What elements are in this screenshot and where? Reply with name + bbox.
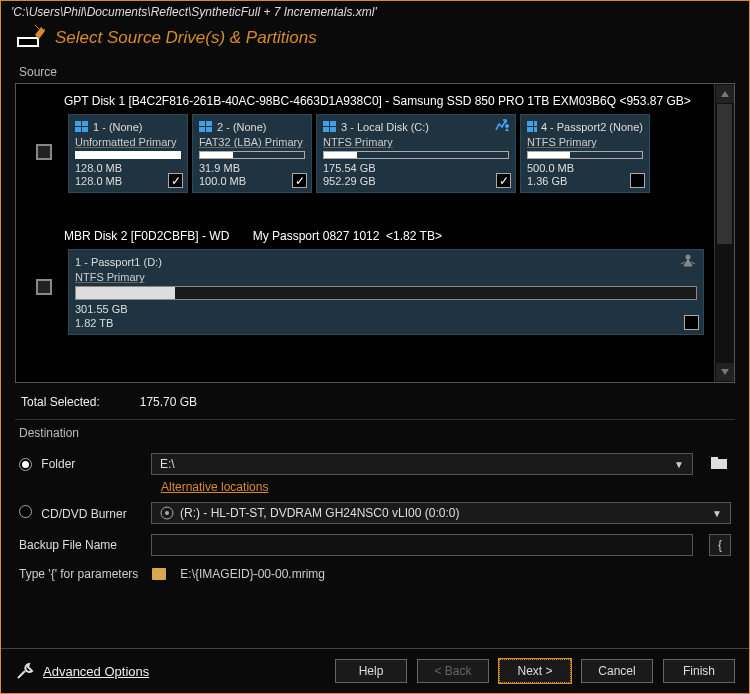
disc-icon [160, 506, 174, 520]
running-icon [493, 118, 511, 134]
partition-type: NTFS Primary [527, 136, 643, 148]
insert-param-button[interactable]: { [709, 534, 731, 556]
source-panel: GPT Disk 1 [B4C2F816-261B-40AC-98BC-4663… [15, 83, 735, 383]
svg-rect-6 [199, 121, 205, 126]
partition[interactable]: 1 - (None) Unformatted Primary 128.0 MB … [68, 114, 188, 193]
partition[interactable]: 1 - Passport1 (D:) NTFS Primary 301.55 G… [68, 249, 704, 334]
burner-combo[interactable]: (R:) - HL-DT-ST, DVDRAM GH24NSC0 vLI00 (… [151, 502, 731, 524]
back-button[interactable]: < Back [417, 659, 489, 683]
folder-radio-label: Folder [41, 457, 75, 471]
wrench-icon [15, 661, 35, 681]
partition-total: 100.0 MB [199, 175, 305, 188]
params-preview: E:\{IMAGEID}-00-00.mrimg [180, 567, 325, 581]
folder-value: E:\ [160, 457, 175, 471]
browse-folder-button[interactable] [711, 455, 731, 474]
windows-icon [75, 121, 89, 133]
chevron-down-icon[interactable]: ▼ [708, 508, 726, 519]
scroll-down-button[interactable] [716, 363, 734, 381]
svg-rect-13 [330, 127, 336, 132]
svg-rect-4 [75, 127, 81, 132]
burner-radio-label: CD/DVD Burner [41, 507, 126, 521]
advanced-options-link[interactable]: Advanced Options [15, 661, 149, 681]
svg-rect-15 [527, 121, 533, 126]
source-label: Source [1, 59, 749, 83]
svg-rect-5 [82, 127, 88, 132]
svg-rect-11 [330, 121, 336, 126]
scroll-thumb[interactable] [717, 104, 732, 244]
scroll-up-button[interactable] [716, 85, 734, 103]
partition-checkbox[interactable] [292, 173, 307, 188]
partition-type: FAT32 (LBA) Primary [199, 136, 305, 148]
svg-rect-2 [75, 121, 81, 126]
svg-rect-7 [206, 121, 212, 126]
folder-radio[interactable] [19, 458, 32, 471]
drive-icon [15, 25, 45, 51]
svg-rect-12 [323, 127, 329, 132]
partition-used: 500.0 MB [527, 162, 643, 175]
partition-name: 1 - Passport1 (D:) [75, 256, 162, 268]
svg-rect-18 [534, 127, 537, 132]
partition-type: NTFS Primary [323, 136, 509, 148]
disk-title: GPT Disk 1 [B4C2F816-261B-40AC-98BC-4663… [24, 92, 704, 114]
svg-rect-16 [534, 121, 537, 126]
svg-rect-3 [82, 121, 88, 126]
partition-name: 4 - Passport2 (None) [541, 121, 643, 133]
partition[interactable]: 3 - Local Disk (C:) NTFS Primary 175.54 … [316, 114, 516, 193]
partition-checkbox[interactable] [684, 315, 699, 330]
partition-checkbox[interactable] [630, 173, 645, 188]
partition-total: 952.29 GB [323, 175, 509, 188]
svg-rect-8 [199, 127, 205, 132]
total-value: 175.70 GB [140, 395, 197, 409]
partition-total: 1.36 GB [527, 175, 643, 188]
chevron-down-icon[interactable]: ▼ [670, 459, 688, 470]
partition-name: 1 - (None) [93, 121, 143, 133]
next-button[interactable]: Next > [499, 659, 571, 683]
partition-checkbox[interactable] [496, 173, 511, 188]
disk-checkbox[interactable] [36, 144, 52, 160]
disk-title: MBR Disk 2 [F0D2CBFB] - WD My Passport 0… [24, 227, 704, 249]
partition-name: 2 - (None) [217, 121, 267, 133]
windows-icon [527, 121, 537, 133]
partition-total: 128.0 MB [75, 175, 181, 188]
cancel-button[interactable]: Cancel [581, 659, 653, 683]
running-icon [679, 253, 697, 269]
windows-icon [323, 121, 337, 133]
windows-icon [199, 121, 213, 133]
partition-used: 175.54 GB [323, 162, 509, 175]
svg-rect-17 [527, 127, 533, 132]
partition[interactable]: 4 - Passport2 (None) NTFS Primary 500.0 … [520, 114, 650, 193]
svg-rect-10 [323, 121, 329, 126]
filename-label: Backup File Name [19, 538, 139, 552]
help-button[interactable]: Help [335, 659, 407, 683]
partition[interactable]: 2 - (None) FAT32 (LBA) Primary 31.9 MB 1… [192, 114, 312, 193]
svg-rect-1 [19, 39, 37, 45]
folder-combo[interactable]: E:\ ▼ [151, 453, 693, 475]
finish-button[interactable]: Finish [663, 659, 735, 683]
page-heading: Select Source Drive(s) & Partitions [55, 28, 317, 48]
partition-total: 1.82 TB [75, 317, 697, 330]
filename-input[interactable] [151, 534, 693, 556]
burner-value: (R:) - HL-DT-ST, DVDRAM GH24NSC0 vLI00 (… [180, 506, 459, 520]
svg-point-14 [505, 124, 509, 128]
folder-icon [152, 568, 166, 580]
partition-checkbox[interactable] [168, 173, 183, 188]
disk-checkbox[interactable] [36, 279, 52, 295]
source-scrollbar[interactable] [714, 84, 734, 382]
partition-used: 31.9 MB [199, 162, 305, 175]
svg-rect-9 [206, 127, 212, 132]
partition-name: 3 - Local Disk (C:) [341, 121, 429, 133]
window-title: 'C:\Users\Phil\Documents\Reflect\Synthet… [1, 1, 749, 21]
total-label: Total Selected: [21, 395, 100, 409]
svg-rect-21 [711, 457, 718, 461]
partition-type: NTFS Primary [75, 271, 697, 283]
svg-point-23 [165, 511, 169, 515]
params-hint: Type '{' for parameters [19, 567, 138, 581]
burner-radio[interactable] [19, 505, 32, 518]
partition-type: Unformatted Primary [75, 136, 181, 148]
partition-used: 128.0 MB [75, 162, 181, 175]
alternative-locations-link[interactable]: Alternative locations [161, 480, 731, 497]
partition-used: 301.55 GB [75, 303, 697, 316]
destination-label: Destination [1, 420, 749, 444]
